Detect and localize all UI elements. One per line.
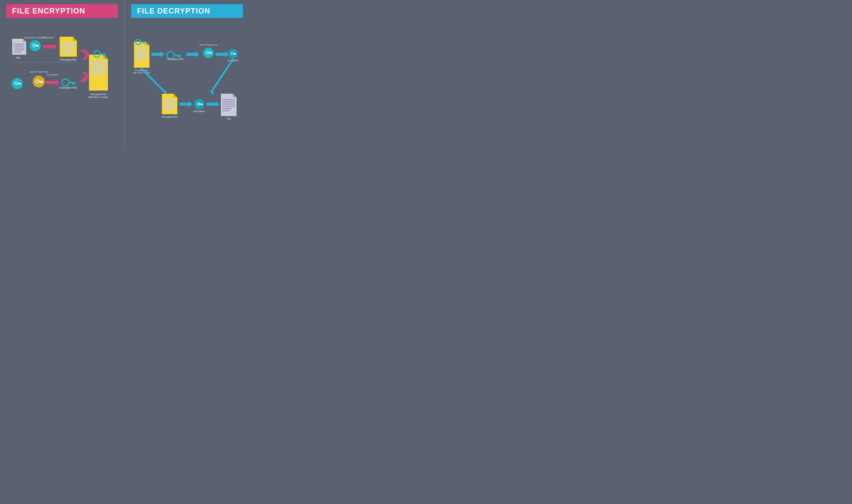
file-doc-gray: File (12, 39, 26, 59)
decryption-diagram: Encrypted File with FEK in header Encryp… (131, 24, 243, 141)
svg-rect-54 (143, 42, 144, 43)
svg-rect-72 (164, 106, 176, 108)
svg-rect-22 (19, 84, 20, 85)
svg-rect-47 (136, 52, 148, 53)
svg-rect-66 (234, 54, 235, 55)
arrow-dec-bottom (180, 101, 193, 107)
svg-rect-24 (39, 81, 43, 82)
arrow-encryption-top (43, 43, 57, 50)
svg-rect-48 (136, 54, 148, 56)
dec-bottom-enc-file: Encrypted File (162, 94, 177, 118)
svg-rect-81 (222, 101, 235, 103)
svg-rect-49 (136, 56, 148, 58)
svg-marker-12 (73, 37, 77, 41)
encryption-bottom-label: Encryption (47, 73, 58, 76)
pub-key-circle (33, 75, 45, 88)
svg-rect-60 (209, 52, 212, 53)
arrow-dec-2 (186, 51, 199, 57)
dec-output-file: File (221, 94, 236, 120)
svg-rect-65 (235, 54, 236, 55)
arrow-dec-1 (152, 51, 164, 57)
svg-rect-8 (35, 45, 39, 46)
svg-rect-57 (179, 56, 181, 58)
svg-rect-25 (42, 82, 43, 83)
svg-rect-83 (222, 106, 235, 107)
svg-rect-17 (62, 52, 72, 53)
priv-key-circle (203, 48, 214, 58)
svg-rect-70 (164, 102, 176, 103)
svg-rect-71 (164, 104, 176, 105)
pub-key-label: User's Public Key (30, 71, 48, 73)
svg-rect-21 (20, 84, 21, 85)
encrypted-file-header-label2: with FEK in header (88, 96, 108, 98)
svg-rect-3 (14, 46, 25, 47)
arrow-diag-top (79, 50, 90, 59)
svg-rect-30 (72, 83, 73, 85)
svg-rect-50 (136, 59, 145, 60)
svg-rect-10 (37, 46, 38, 47)
svg-rect-52 (141, 41, 146, 42)
encryption-title-banner: FILE ENCRYPTION (6, 4, 118, 18)
arrow-dec-3 (216, 51, 229, 57)
file-label: File (16, 56, 20, 59)
dec-circle-bottom (194, 99, 204, 109)
svg-rect-42 (102, 55, 104, 56)
diag-arrow-right (211, 59, 233, 92)
user-key-circle (12, 78, 23, 89)
decryption-title-banner: FILE DECRYPTION (131, 4, 243, 18)
svg-marker-79 (233, 94, 237, 97)
svg-rect-36 (91, 69, 106, 70)
encryption-title: FILE ENCRYPTION (12, 7, 112, 15)
encryped-file-label: Encryped File (60, 58, 76, 61)
encryption-diagram: File Symmetric Key(FEK) Encryption (6, 24, 118, 141)
svg-rect-62 (210, 53, 211, 54)
svg-rect-41 (104, 55, 106, 56)
svg-rect-33 (91, 60, 106, 62)
svg-rect-15 (62, 47, 75, 49)
dec-enc-fek-label: Encrypted FEK (167, 58, 184, 60)
svg-rect-80 (222, 99, 235, 100)
svg-rect-38 (91, 74, 103, 75)
svg-rect-45 (136, 47, 148, 48)
diag-arrow-right-head (210, 90, 214, 96)
dec-bottom-enc-file-label: Encrypted File (162, 115, 177, 118)
svg-rect-61 (211, 53, 212, 54)
svg-rect-37 (91, 71, 106, 73)
main-container: FILE ENCRYPTION File Symmetric Key(FEK) (0, 0, 249, 147)
decryption-bottom-label: Decryption (193, 110, 205, 112)
svg-rect-64 (233, 53, 236, 54)
merged-encrypted-file (89, 51, 108, 90)
svg-rect-29 (74, 83, 76, 85)
encrypted-file-header-label: Encrypted File (91, 93, 106, 95)
svg-rect-82 (222, 103, 235, 105)
svg-rect-58 (177, 56, 179, 57)
svg-rect-56 (174, 55, 181, 56)
svg-rect-26 (40, 82, 41, 83)
svg-rect-28 (69, 82, 75, 83)
svg-rect-9 (38, 46, 39, 47)
svg-rect-84 (222, 108, 232, 109)
decryption-title: FILE DECRYPTION (137, 7, 237, 15)
svg-marker-1 (23, 39, 26, 42)
svg-rect-75 (199, 104, 202, 104)
svg-rect-5 (14, 50, 25, 51)
svg-rect-77 (201, 104, 202, 105)
diag-arrow-left (142, 69, 165, 92)
svg-point-27 (62, 79, 69, 86)
svg-rect-13 (62, 42, 75, 44)
arrow-dec-to-file (206, 101, 219, 107)
svg-rect-35 (91, 66, 106, 68)
svg-rect-73 (164, 109, 173, 110)
svg-rect-16 (62, 50, 75, 51)
priv-key-label: User's Private Key (199, 43, 218, 46)
svg-rect-53 (144, 42, 145, 43)
right-panel: FILE DECRYPTION Encrypted Fi (125, 0, 249, 147)
arrow-diag-bottom (79, 72, 89, 82)
dec-output-file-label: File (227, 118, 231, 120)
encrypted-file-top: Encryped File (59, 37, 77, 61)
sym-key-circle (30, 40, 41, 51)
encryption-top-label: Encryption (42, 36, 54, 39)
svg-rect-4 (14, 48, 25, 49)
encrypted-fek-icon (62, 79, 75, 86)
arrow-encryption-bottom (46, 79, 59, 86)
